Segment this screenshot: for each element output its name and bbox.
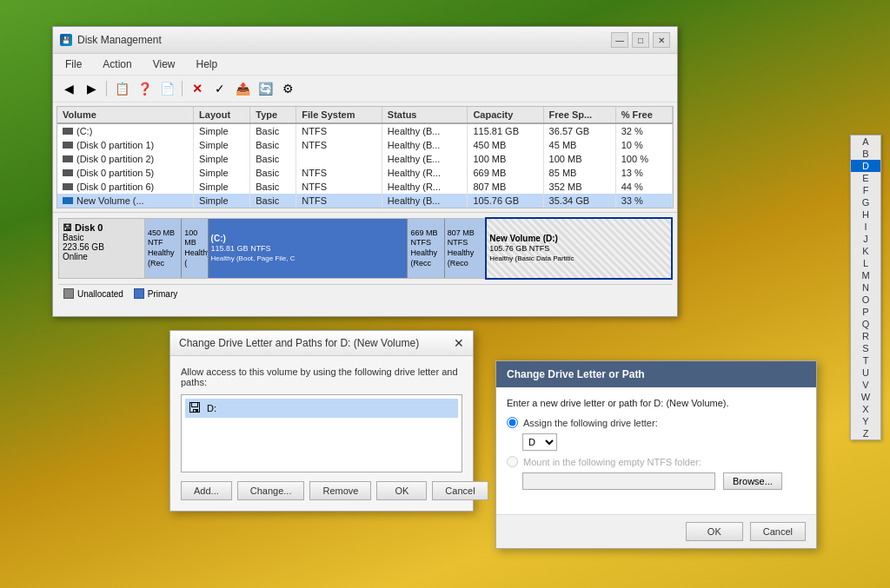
dialog1-left-buttons: Add... Change... Remove (181, 481, 371, 500)
alpha-item-w[interactable]: W (851, 391, 880, 403)
legend-primary-swatch (134, 288, 144, 299)
partition-3[interactable]: 669 MB NTFS Healthy (Recc (408, 219, 444, 278)
help-button[interactable]: ❓ (134, 79, 155, 98)
dialog2-cancel-button[interactable]: Cancel (750, 522, 806, 541)
alpha-item-v[interactable]: V (851, 379, 880, 391)
alpha-item-z[interactable]: Z (851, 427, 880, 439)
legend-unallocated-swatch (63, 288, 74, 299)
radio-assign-input[interactable] (507, 417, 518, 428)
dialog1-path-list: 🖫 D: (181, 394, 462, 472)
alpha-item-m[interactable]: M (851, 269, 880, 281)
back-button[interactable]: ◀ (58, 79, 79, 98)
menu-action[interactable]: Action (97, 56, 136, 72)
col-header-pct[interactable]: % Free (615, 107, 672, 123)
alpha-item-s[interactable]: S (851, 342, 880, 354)
menu-view[interactable]: View (148, 56, 181, 72)
drive-letter-select[interactable]: D E F (522, 433, 557, 451)
col-header-filesystem[interactable]: File System (296, 107, 382, 123)
partition-c-drive[interactable]: (C:) 115.81 GB NTFS Healthy (Boot, Page … (209, 219, 408, 278)
row-icon (63, 183, 73, 190)
disk-map-area: 🖫 Disk 0 Basic 223.56 GB Online 450 MB N… (53, 212, 677, 316)
alpha-item-k[interactable]: K (851, 245, 880, 257)
dialog2-ok-button[interactable]: OK (686, 522, 743, 541)
folder-path-input[interactable] (522, 472, 715, 490)
dialog1-ok-button[interactable]: OK (376, 481, 427, 500)
dialog1-remove-button[interactable]: Remove (309, 481, 371, 500)
partition-1[interactable]: 100 MB Healthy ( (182, 219, 208, 278)
alpha-item-a[interactable]: A (851, 135, 880, 148)
table-row[interactable]: (C:) Simple Basic NTFS Healthy (B... 115… (57, 123, 673, 138)
partition-new-volume[interactable]: New Volume (D:) 105.76 GB NTFS Healthy (… (487, 219, 671, 278)
view-button[interactable]: 📋 (111, 79, 132, 98)
action-button[interactable]: ✕ (187, 79, 208, 98)
check-button[interactable]: ✓ (209, 79, 230, 98)
alpha-item-j[interactable]: J (851, 233, 880, 245)
toolbar-separator-2 (182, 81, 183, 96)
table-row[interactable]: (Disk 0 partition 6) Simple Basic NTFS H… (57, 180, 673, 194)
close-button[interactable]: ✕ (653, 32, 670, 48)
table-row[interactable]: (Disk 0 partition 2) Simple Basic Health… (57, 152, 673, 166)
drive-icon-d: 🖫 (188, 400, 202, 416)
partition-0[interactable]: 450 MB NTF Healthy (Rec (145, 219, 182, 278)
disk-management-window: 💾 Disk Management — □ ✕ File Action View… (52, 26, 678, 317)
col-header-volume[interactable]: Volume (57, 107, 194, 123)
alpha-item-p[interactable]: P (851, 306, 880, 318)
alpha-item-q[interactable]: Q (851, 318, 880, 330)
dialog2-body: Enter a new drive letter or path for D: … (496, 387, 816, 514)
maximize-button[interactable]: □ (632, 32, 649, 48)
dialog1-close-icon[interactable]: ✕ (454, 336, 464, 350)
settings-button[interactable]: ⚙ (277, 79, 298, 98)
path-label-d: D: (207, 403, 216, 413)
menu-file[interactable]: File (60, 56, 87, 72)
alpha-item-f[interactable]: F (851, 184, 880, 196)
radio-mount-label: Mount in the following empty NTFS folder… (523, 457, 701, 467)
row-icon (63, 142, 73, 149)
alpha-item-r[interactable]: R (851, 330, 880, 342)
legend: Unallocated Primary (58, 284, 672, 302)
alpha-item-y[interactable]: Y (851, 415, 880, 427)
disk-label: 🖫 Disk 0 (63, 222, 103, 233)
alpha-item-g[interactable]: G (851, 196, 880, 208)
alpha-item-n[interactable]: N (851, 281, 880, 294)
dialog1-add-button[interactable]: Add... (181, 481, 232, 500)
legend-unallocated: Unallocated (63, 288, 123, 299)
alpha-item-x[interactable]: X (851, 403, 880, 415)
dialog1-cancel-button[interactable]: Cancel (432, 481, 488, 500)
alpha-item-u[interactable]: U (851, 367, 880, 379)
radio-mount-input[interactable] (507, 456, 518, 467)
alpha-item-e[interactable]: E (851, 172, 880, 184)
dialog2-radio-assign: Assign the following drive letter: (507, 417, 806, 428)
table-row[interactable]: (Disk 0 partition 5) Simple Basic NTFS H… (57, 166, 673, 180)
table-row[interactable]: New Volume (... Simple Basic NTFS Health… (57, 194, 673, 208)
row-icon (63, 169, 73, 176)
export-button[interactable]: 📤 (232, 79, 253, 98)
dialog2-footer: OK Cancel (496, 514, 816, 548)
col-header-type[interactable]: Type (250, 107, 296, 123)
browse-button[interactable]: Browse... (723, 472, 782, 490)
col-header-layout[interactable]: Layout (194, 107, 250, 123)
table-row[interactable]: (Disk 0 partition 1) Simple Basic NTFS H… (57, 138, 673, 152)
alpha-item-l[interactable]: L (851, 257, 880, 269)
alpha-item-h[interactable]: H (851, 208, 880, 221)
alpha-item-b[interactable]: B (851, 148, 880, 160)
app-icon: 💾 (60, 34, 72, 46)
alpha-item-d[interactable]: D (851, 160, 880, 172)
alpha-item-i[interactable]: I (851, 221, 880, 233)
forward-button[interactable]: ▶ (81, 79, 102, 98)
partition-4[interactable]: 807 MB NTFS Healthy (Reco (445, 219, 487, 278)
disk-size: 223.56 GB (63, 242, 104, 252)
alpha-item-t[interactable]: T (851, 354, 880, 367)
col-header-free[interactable]: Free Sp... (543, 107, 615, 123)
col-header-status[interactable]: Status (382, 107, 468, 123)
menu-help[interactable]: Help (191, 56, 223, 72)
dialog-change-drive-letter: Change Drive Letter and Paths for D: (Ne… (169, 330, 474, 512)
minimize-button[interactable]: — (611, 32, 628, 48)
dialog1-change-button[interactable]: Change... (237, 481, 305, 500)
disk-info-0: 🖫 Disk 0 Basic 223.56 GB Online (58, 218, 145, 279)
col-header-capacity[interactable]: Capacity (468, 107, 543, 123)
alpha-sidebar: ABDEFGHIJKLMNOPQRSTUVWXYZ (850, 135, 881, 440)
toolbar-separator-1 (106, 81, 107, 96)
properties-button[interactable]: 📄 (156, 79, 177, 98)
refresh-button[interactable]: 🔄 (255, 79, 276, 98)
alpha-item-o[interactable]: O (851, 294, 880, 306)
